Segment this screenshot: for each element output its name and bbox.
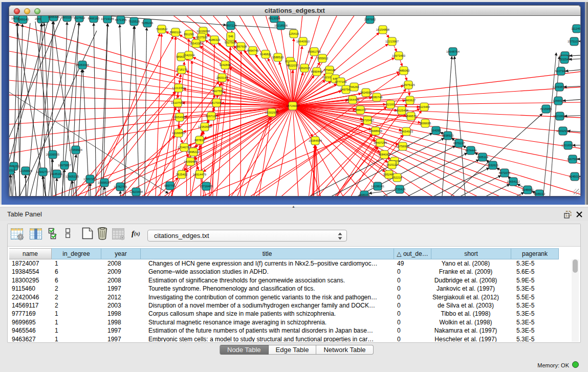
svg-text:9327505: 9327505 xyxy=(225,41,236,44)
svg-text:9327505: 9327505 xyxy=(196,36,208,39)
svg-text:9146821: 9146821 xyxy=(260,53,272,56)
svg-text:12905135: 12905135 xyxy=(66,175,79,178)
svg-text:7625402: 7625402 xyxy=(176,173,188,176)
svg-text:7515526: 7515526 xyxy=(128,20,140,23)
svg-text:7632621: 7632621 xyxy=(487,164,499,167)
svg-text:5155246: 5155246 xyxy=(142,21,154,25)
svg-text:20364436: 20364436 xyxy=(346,98,359,101)
svg-text:18724007: 18724007 xyxy=(286,104,299,107)
svg-text:8813054: 8813054 xyxy=(269,17,280,20)
svg-text:546: 546 xyxy=(228,35,233,38)
svg-text:391511: 391511 xyxy=(9,169,15,172)
svg-text:8960124: 8960124 xyxy=(170,31,182,34)
svg-text:2087682: 2087682 xyxy=(364,18,376,21)
svg-text:19756928: 19756928 xyxy=(396,145,409,148)
svg-text:7857224: 7857224 xyxy=(225,24,237,27)
svg-text:8215955: 8215955 xyxy=(540,107,552,111)
svg-text:164095: 164095 xyxy=(431,129,441,132)
svg-text:3267130: 3267130 xyxy=(206,115,217,118)
svg-text:9084067: 9084067 xyxy=(379,153,390,156)
svg-text:746266: 746266 xyxy=(349,85,359,89)
svg-text:7955812: 7955812 xyxy=(317,57,329,60)
svg-text:18407299: 18407299 xyxy=(374,141,387,144)
svg-text:1849579: 1849579 xyxy=(405,115,417,118)
svg-text:12975115: 12975115 xyxy=(402,83,415,86)
svg-text:7886372: 7886372 xyxy=(355,108,366,112)
svg-text:9777169: 9777169 xyxy=(335,80,347,83)
svg-text:1362615: 1362615 xyxy=(299,67,311,70)
svg-text:12093872: 12093872 xyxy=(553,85,566,89)
svg-text:17016504: 17016504 xyxy=(561,144,575,147)
svg-text:10654112: 10654112 xyxy=(507,180,519,183)
svg-text:2867608: 2867608 xyxy=(235,45,247,48)
svg-text:891295: 891295 xyxy=(184,33,193,36)
svg-text:10025458: 10025458 xyxy=(395,109,408,112)
svg-text:19384554: 19384554 xyxy=(309,139,322,142)
svg-text:8938923: 8938923 xyxy=(442,134,454,137)
svg-text:3824554: 3824554 xyxy=(360,91,372,94)
svg-text:18720407: 18720407 xyxy=(361,119,374,122)
svg-text:16914479: 16914479 xyxy=(193,173,206,176)
svg-text:1065326: 1065326 xyxy=(48,16,60,18)
svg-text:252214: 252214 xyxy=(392,176,402,179)
svg-text:9657791: 9657791 xyxy=(164,184,176,187)
svg-text:12226058: 12226058 xyxy=(197,30,210,33)
svg-text:12942737: 12942737 xyxy=(36,170,50,173)
svg-text:12353594: 12353594 xyxy=(198,125,212,128)
svg-text:7663822: 7663822 xyxy=(156,28,168,31)
svg-text:1080748: 1080748 xyxy=(371,96,383,99)
svg-text:1733426: 1733426 xyxy=(394,188,406,191)
svg-text:1112495: 1112495 xyxy=(571,27,580,30)
svg-text:1145191: 1145191 xyxy=(51,172,62,176)
svg-text:19654923: 19654923 xyxy=(400,130,413,133)
svg-text:16543382: 16543382 xyxy=(189,42,203,45)
svg-text:9498222: 9498222 xyxy=(188,150,200,154)
svg-text:19654983: 19654983 xyxy=(173,116,186,119)
svg-text:15692971: 15692971 xyxy=(556,129,570,133)
svg-text:2069140: 2069140 xyxy=(17,18,29,21)
svg-text:1588520: 1588520 xyxy=(272,56,284,59)
svg-text:2935114: 2935114 xyxy=(477,156,489,159)
svg-text:62160: 62160 xyxy=(386,103,395,106)
svg-text:1332546: 1332546 xyxy=(559,58,571,61)
svg-text:15751074: 15751074 xyxy=(568,40,580,43)
svg-text:1167534: 1167534 xyxy=(567,158,579,161)
svg-text:8990448: 8990448 xyxy=(311,70,323,73)
svg-text:9345012: 9345012 xyxy=(534,192,546,195)
svg-text:1695371: 1695371 xyxy=(359,193,371,196)
svg-text:16961755: 16961755 xyxy=(308,50,321,53)
svg-text:16107552: 16107552 xyxy=(171,101,184,104)
svg-text:2342004: 2342004 xyxy=(183,54,195,57)
svg-text:19218506: 19218506 xyxy=(274,24,288,27)
svg-text:12156829: 12156829 xyxy=(19,169,32,172)
svg-text:16154808: 16154808 xyxy=(376,28,389,31)
svg-text:8186323: 8186323 xyxy=(209,38,221,41)
svg-text:12213967: 12213967 xyxy=(385,40,399,43)
svg-text:3822037: 3822037 xyxy=(287,64,299,67)
svg-text:(x): (x) xyxy=(134,231,140,237)
svg-text:9463627: 9463627 xyxy=(404,99,416,102)
svg-text:2718176: 2718176 xyxy=(176,68,188,71)
svg-text:6879197: 6879197 xyxy=(453,142,465,145)
svg-text:20206535: 20206535 xyxy=(46,153,59,156)
svg-text:10688609: 10688609 xyxy=(369,129,382,133)
svg-text:9115460: 9115460 xyxy=(419,105,430,108)
svg-text:17359924: 17359924 xyxy=(69,148,83,151)
svg-text:12213393: 12213393 xyxy=(172,86,185,90)
svg-text:9699695: 9699695 xyxy=(420,122,431,125)
svg-text:2803144: 2803144 xyxy=(216,76,228,79)
svg-text:16648764: 16648764 xyxy=(446,50,460,53)
svg-text:16640910: 16640910 xyxy=(296,40,310,43)
svg-text:15716485: 15716485 xyxy=(200,185,213,188)
svg-text:8471676: 8471676 xyxy=(499,171,511,174)
svg-text:15302975: 15302975 xyxy=(265,111,278,114)
svg-text:17957253: 17957253 xyxy=(83,178,97,181)
svg-text:17046788: 17046788 xyxy=(178,146,191,149)
svg-text:1615112: 1615112 xyxy=(386,163,398,166)
svg-text:6671355: 6671355 xyxy=(115,18,127,21)
svg-text:817006: 817006 xyxy=(211,101,221,104)
svg-text:14136141: 14136141 xyxy=(371,185,384,188)
svg-text:8427552: 8427552 xyxy=(212,90,224,93)
svg-text:7485063: 7485063 xyxy=(398,69,410,72)
svg-text:10958157: 10958157 xyxy=(98,181,111,184)
